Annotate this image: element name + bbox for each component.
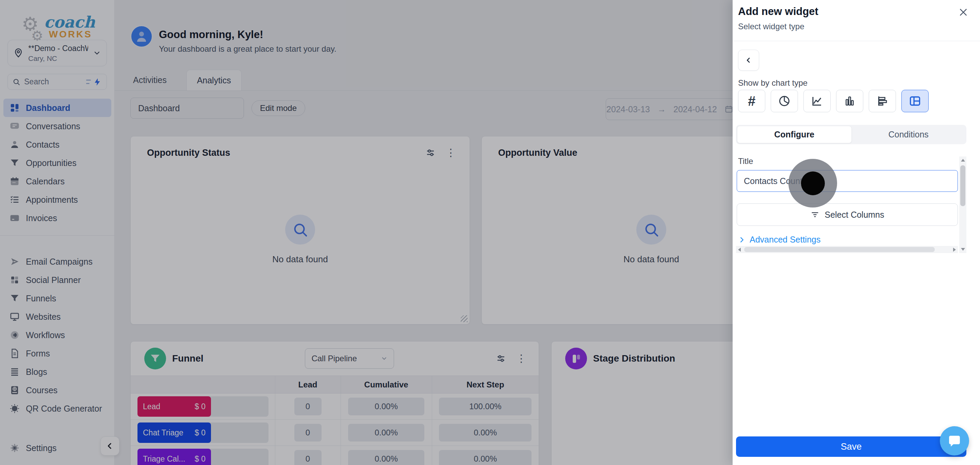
cumulative-pct: 0.00% [348, 398, 424, 415]
sidebar-item-opportunities[interactable]: Opportunities [0, 154, 115, 172]
sidebar-item-invoices[interactable]: Invoices [0, 209, 115, 227]
quick-actions-icon[interactable] [86, 78, 102, 86]
calendar-icon [724, 105, 733, 114]
kebab-menu-icon[interactable]: ⋮ [516, 354, 527, 363]
horizontal-bar-chart-icon [876, 95, 888, 107]
funnel-table: Lead Cumulative Next Step Lead$ 0 0 0.00… [130, 376, 539, 465]
date-start: 2024-03-13 [606, 105, 650, 114]
dashboard-select[interactable]: Dashboard [130, 98, 244, 119]
chevron-left-icon [105, 441, 115, 451]
sidebar-search[interactable] [8, 74, 107, 90]
column-header-blank [130, 376, 275, 394]
chart-type-bar-button[interactable] [836, 90, 863, 112]
checklist-icon [10, 195, 20, 205]
drawer-title: Add new widget [738, 5, 818, 18]
configure-conditions-tabs: Configure Conditions [736, 125, 966, 144]
widget-title-input[interactable]: Contacts Count [737, 170, 958, 192]
no-data-magnifier-icon [636, 215, 666, 244]
tab-analytics[interactable]: Analytics [186, 70, 242, 90]
sidebar-item-contacts[interactable]: Contacts [0, 135, 115, 154]
date-end: 2024-04-12 [673, 105, 717, 114]
monitor-icon [10, 312, 20, 322]
chart-type-horizontal-bar-button[interactable] [869, 90, 896, 112]
vertical-scrollbar[interactable] [959, 157, 966, 253]
location-city: Cary, NC [28, 54, 88, 63]
search-icon [13, 78, 20, 86]
chart-type-pie-button[interactable] [771, 90, 798, 112]
sidebar-item-workflows[interactable]: Workflows [0, 326, 115, 344]
edit-mode-button[interactable]: Edit mode [251, 100, 305, 116]
sidebar-item-blogs[interactable]: Blogs [0, 363, 115, 381]
card-icon [10, 213, 20, 223]
chart-type-number-button[interactable]: # [738, 90, 765, 112]
sidebar-collapse-button[interactable] [100, 436, 119, 455]
sidebar-item-courses[interactable]: Courses [0, 381, 115, 399]
location-switcher[interactable]: **Demo - CoachW... Cary, NC [8, 40, 107, 66]
tab-conditions[interactable]: Conditions [852, 126, 966, 143]
chart-type-label: Show by chart type [738, 78, 808, 88]
date-range-picker[interactable]: 2024-03-13 → 2024-04-12 [606, 98, 734, 120]
gear-icon [10, 443, 20, 453]
column-header-cumulative: Cumulative [340, 376, 432, 394]
select-columns-button[interactable]: Select Columns [737, 203, 958, 226]
resize-handle[interactable] [461, 315, 468, 322]
file-icon [10, 348, 20, 359]
tab-configure[interactable]: Configure [737, 126, 852, 143]
sidebar-item-qr-code-generator[interactable]: QR Code Generator [0, 399, 115, 418]
page-title: Good morning, Kyle! [159, 29, 263, 41]
pipeline-select[interactable]: Call Pipeline [305, 348, 394, 369]
logo-gears-icon: ⚙⚙ [20, 10, 46, 44]
nav-secondary: Email Campaigns Social Planner Funnels W… [0, 252, 115, 418]
widget-title: Stage Distribution [593, 353, 675, 364]
sidebar-item-social-planner[interactable]: Social Planner [0, 271, 115, 289]
sliders-icon[interactable] [496, 354, 506, 363]
sidebar-item-dashboard[interactable]: Dashboard [3, 98, 111, 117]
search-input[interactable] [24, 77, 82, 86]
empty-state-text: No data found [624, 254, 679, 265]
sliders-icon[interactable] [425, 148, 436, 158]
chevron-left-icon [745, 56, 753, 64]
chart-type-table-button[interactable] [901, 90, 929, 112]
chevron-down-icon [93, 49, 101, 57]
widget-opportunity-status: Opportunity Status ⋮ No data found [130, 136, 470, 325]
stage-pill[interactable]: Triage Cal...$ 0 [137, 449, 211, 465]
stage-pill[interactable]: Lead$ 0 [137, 396, 211, 417]
sidebar: ⚙⚙ coach WORKS **Demo - CoachW... Cary, … [0, 0, 115, 465]
user-icon [10, 140, 20, 150]
close-icon[interactable] [958, 7, 969, 18]
empty-state-text: No data found [272, 254, 328, 265]
calendar-icon [10, 176, 20, 186]
stage-distribution-icon [565, 348, 587, 370]
advanced-settings-link[interactable]: Advanced Settings [738, 235, 821, 244]
dashboard-grid-icon [10, 103, 20, 113]
sidebar-item-appointments[interactable]: Appointments [0, 190, 115, 209]
cumulative-pct: 0.00% [348, 424, 424, 441]
cumulative-pct: 0.00% [348, 450, 424, 465]
chevron-down-icon [381, 355, 388, 362]
chart-type-line-button[interactable] [803, 90, 830, 112]
sidebar-item-email-campaigns[interactable]: Email Campaigns [0, 252, 115, 271]
sidebar-item-conversations[interactable]: Conversations [0, 117, 115, 135]
sidebar-item-forms[interactable]: Forms [0, 344, 115, 363]
sidebar-item-funnels[interactable]: Funnels [0, 289, 115, 308]
dashboard-tabs: Activities Analytics [115, 70, 733, 91]
column-header-next-step: Next Step [432, 376, 539, 394]
back-button[interactable] [738, 50, 759, 71]
tab-activities[interactable]: Activities [123, 70, 177, 90]
sidebar-item-settings[interactable]: Settings [0, 439, 115, 457]
logo-coach-text: coach [44, 14, 95, 30]
sidebar-item-websites[interactable]: Websites [0, 308, 115, 326]
stage-pill[interactable]: Chat Triage$ 0 [137, 422, 211, 443]
chat-launcher-button[interactable] [940, 426, 969, 455]
funnel-icon [10, 293, 20, 303]
save-button[interactable]: Save [736, 436, 966, 457]
horizontal-scrollbar[interactable] [736, 246, 958, 253]
logo-works-text: WORKS [49, 29, 92, 40]
lead-count: 0 [294, 398, 321, 415]
person-icon [134, 29, 149, 44]
text-caret [803, 176, 804, 186]
sidebar-divider [0, 235, 115, 236]
kebab-menu-icon[interactable]: ⋮ [446, 148, 456, 158]
avatar[interactable] [130, 25, 153, 48]
sidebar-item-calendars[interactable]: Calendars [0, 172, 115, 190]
